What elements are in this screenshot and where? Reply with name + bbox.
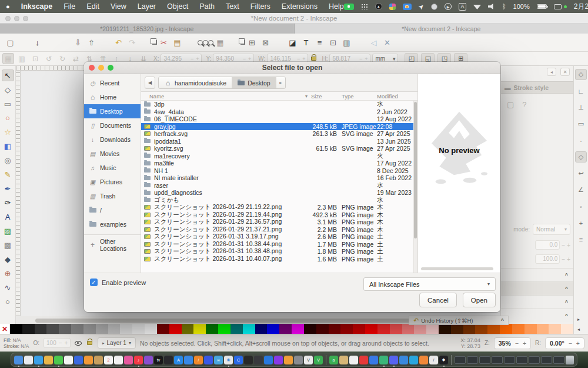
tool-button[interactable]: ↖ — [2, 69, 14, 81]
color-swatch[interactable] — [463, 324, 476, 334]
menubar-item[interactable]: Edit — [86, 2, 99, 11]
file-row[interactable]: ma1recovery 火 — [141, 152, 417, 160]
dialog-minimize-icon[interactable] — [98, 65, 104, 71]
tool-control-icon[interactable]: ⊡ — [29, 53, 41, 64]
tool-control-icon[interactable]: ↻ — [56, 53, 68, 64]
sidebar-place[interactable]: Trash — [84, 189, 141, 203]
toolbar-button[interactable]: ✂ — [157, 35, 171, 49]
opacity-field[interactable]: 100−+ — [44, 338, 71, 348]
file-row[interactable]: 06_TIMECODE 12 Aug 2022 — [141, 115, 417, 123]
file-row[interactable]: updd_diagnostics 19 Mar 2023 — [141, 189, 417, 197]
minimize-window-icon[interactable] — [14, 16, 19, 21]
bluetooth-icon[interactable]: ᛒ — [502, 4, 506, 9]
collapsed-panel-row[interactable]: ^ — [501, 295, 573, 309]
color-swatch[interactable] — [218, 324, 230, 334]
color-swatch[interactable] — [426, 324, 439, 334]
dock-app-icon[interactable] — [339, 356, 348, 364]
volume-icon[interactable] — [488, 4, 495, 9]
color-swatch[interactable] — [10, 324, 22, 334]
gray-circle-icon[interactable] — [431, 4, 437, 10]
toolbar-button[interactable]: T — [299, 35, 313, 49]
dock-window-thumbnail[interactable] — [516, 356, 527, 364]
color-swatch[interactable] — [340, 324, 353, 334]
sidebar-place[interactable]: Music — [84, 161, 141, 175]
dock-app-icon[interactable] — [244, 356, 253, 364]
toolbar-button[interactable]: ▤ — [171, 35, 184, 49]
tool-button[interactable]: ◧ — [2, 140, 14, 152]
tool-button[interactable]: ✑ — [2, 197, 14, 208]
colorful-app-icon[interactable] — [389, 4, 396, 10]
color-swatch[interactable] — [500, 324, 512, 334]
color-swatch[interactable] — [96, 324, 108, 334]
wifi-icon[interactable] — [473, 4, 481, 9]
toolbar-button[interactable]: ↷ — [125, 35, 139, 49]
tool-button[interactable]: ▨ — [2, 225, 14, 237]
dock-app-icon[interactable]: ◉ — [224, 356, 233, 364]
opacity-spinner-low[interactable]: 0.0−+ — [535, 240, 570, 250]
tool-button[interactable]: ☆ — [2, 126, 14, 138]
zoom-field[interactable]: 35%−+ — [494, 337, 531, 349]
dock-app-icon[interactable] — [144, 356, 153, 364]
color-swatch[interactable] — [279, 324, 292, 334]
dock-app-icon[interactable] — [184, 356, 193, 364]
dialog-titlebar[interactable]: Select file to open — [84, 62, 500, 74]
document-tab[interactable]: *New document 2 - Inkscape — [295, 24, 588, 34]
dock-app-icon[interactable] — [44, 356, 53, 364]
color-swatch[interactable] — [157, 324, 169, 334]
tool-button[interactable]: ◇ — [2, 84, 14, 95]
collapsed-panel-row[interactable]: ^ — [501, 268, 573, 281]
toolbar-button[interactable] — [208, 40, 213, 45]
sidebar-place[interactable]: / — [84, 203, 141, 217]
toolbar-button[interactable]: ▦ — [213, 35, 227, 49]
menubar-item[interactable]: Object — [167, 2, 188, 11]
color-swatch[interactable] — [475, 324, 487, 334]
tool-button[interactable]: ✒ — [2, 183, 14, 194]
color-swatch[interactable] — [316, 324, 329, 334]
toolbar-button[interactable]: ≡ — [313, 35, 326, 49]
back-button[interactable]: ◀ — [145, 77, 155, 89]
app-grid-icon[interactable] — [361, 4, 368, 9]
color-swatch[interactable] — [451, 324, 463, 334]
color-swatch[interactable] — [46, 324, 59, 334]
dock-app-icon[interactable]: V — [304, 356, 313, 364]
palette-scroll-down[interactable]: ◂ — [577, 327, 580, 332]
sidebar-place[interactable]: Desktop — [84, 104, 141, 118]
menubar-item[interactable]: Text — [226, 2, 239, 11]
column-size[interactable]: Size — [311, 93, 342, 100]
color-swatch[interactable] — [206, 324, 218, 334]
sidebar-place[interactable]: Movies — [84, 147, 141, 161]
tool-button[interactable]: ○ — [2, 112, 14, 124]
menubar-item[interactable]: Path — [199, 2, 215, 11]
snap-toggle-button[interactable]: ◇ — [575, 151, 587, 163]
menubar-item[interactable]: Filters — [250, 2, 270, 11]
dock-app-icon[interactable] — [54, 356, 63, 364]
toolbar-button[interactable] — [203, 40, 208, 45]
tool-control-icon[interactable]: ↺ — [43, 53, 55, 64]
dock-app-icon[interactable] — [14, 356, 23, 364]
rocket-icon[interactable]: ➤ — [416, 2, 426, 11]
file-row[interactable]: gray.jpg 248.5 kB JPEG image 22:08 — [141, 123, 417, 131]
enable-preview-row[interactable]: ✓ Enable preview — [90, 279, 146, 286]
dock-app-icon[interactable] — [164, 356, 173, 364]
color-swatch[interactable] — [292, 324, 304, 334]
dock-app-icon[interactable] — [74, 356, 83, 364]
palette-scroll-up[interactable]: ▸ — [577, 317, 580, 322]
toolbar-button[interactable] — [152, 40, 157, 45]
file-row[interactable]: スクリーンショット 2026-01-31 3.19.17.png 2.6 MB … — [141, 233, 417, 241]
color-swatch[interactable] — [83, 324, 96, 334]
color-swatch[interactable] — [537, 324, 549, 334]
snap-toggle-button[interactable]: ⊥ — [575, 102, 587, 113]
dock-app-icon[interactable] — [24, 356, 33, 364]
column-name[interactable]: Name ▾ — [141, 93, 311, 100]
toolbar-button[interactable] — [184, 35, 198, 49]
file-row[interactable]: ma3file 17 Aug 2022 — [141, 160, 417, 167]
color-swatch[interactable] — [255, 324, 268, 334]
color-swatch[interactable] — [71, 324, 83, 334]
tool-control-icon[interactable]: ▦ — [2, 53, 14, 64]
menubar-item[interactable]: Inkscape — [21, 2, 53, 11]
snap-toggle-button[interactable]: ◇ — [575, 69, 587, 80]
toolbar-button[interactable]: ↶ — [112, 35, 125, 49]
dock-app-icon[interactable] — [84, 356, 93, 364]
file-row[interactable]: ゴミかも 水 — [141, 197, 417, 204]
file-row[interactable]: NI mate installer 16 Feb 2022 — [141, 174, 417, 182]
